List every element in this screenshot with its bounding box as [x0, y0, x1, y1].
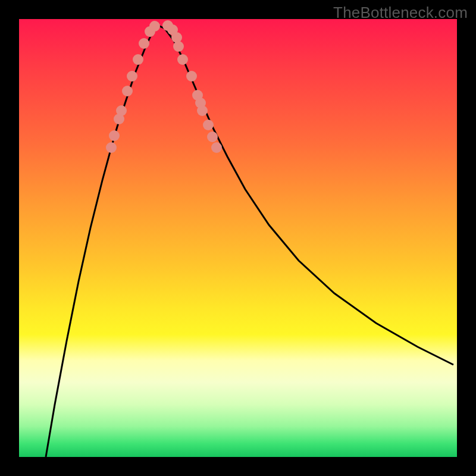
curve-right-branch: [157, 25, 453, 365]
chart-frame: TheBottleneck.com: [0, 0, 476, 476]
data-marker: [177, 54, 188, 65]
data-marker: [139, 38, 149, 49]
data-marker: [197, 105, 208, 116]
data-marker: [203, 120, 214, 130]
chart-svg: [19, 19, 457, 457]
curve-left-branch: [46, 25, 157, 457]
data-marker: [211, 142, 222, 153]
data-marker: [149, 21, 160, 32]
data-marker: [106, 142, 117, 153]
data-marker: [122, 86, 133, 96]
data-marker: [186, 71, 197, 82]
data-marker: [109, 130, 120, 141]
data-marker: [127, 71, 137, 82]
chart-plot-area: [19, 19, 457, 457]
data-marker: [171, 32, 182, 43]
data-marker: [207, 131, 218, 142]
data-marker: [116, 105, 127, 116]
marker-group: [106, 20, 222, 153]
data-marker: [173, 41, 184, 52]
watermark-text: TheBottleneck.com: [333, 4, 468, 22]
curve-group: [46, 25, 453, 457]
data-marker: [133, 54, 143, 65]
